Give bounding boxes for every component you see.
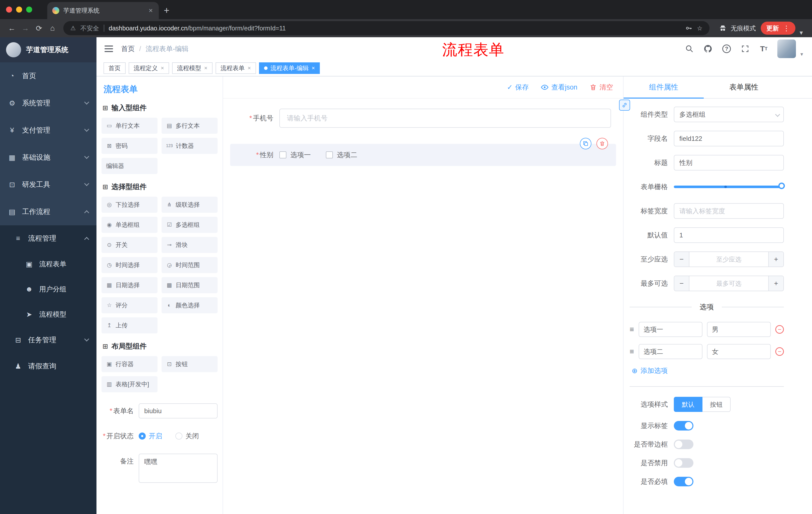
component-time-range[interactable]: ◶时间范围: [162, 257, 218, 273]
sidebar-item-process-model[interactable]: ➤ 流程模型: [0, 302, 96, 327]
component-password[interactable]: ⊠密码: [102, 138, 157, 154]
disabled-switch[interactable]: [674, 458, 693, 468]
add-option-button[interactable]: ⊕ 添加选项: [632, 366, 784, 375]
checkbox-icon[interactable]: [326, 152, 333, 158]
sidebar-item-leave-query[interactable]: ♟ 请假查询: [0, 353, 96, 379]
status-radio-off[interactable]: 关闭: [175, 432, 199, 440]
tag-home[interactable]: 首页: [104, 62, 126, 74]
form-remark-textarea[interactable]: 嘿嘿: [139, 454, 218, 483]
component-time-picker[interactable]: ◷时间选择: [102, 257, 157, 273]
max-select-placeholder[interactable]: 最多可选: [689, 276, 768, 291]
canvas-item-gender-selected[interactable]: *性别 选项一 选项二: [230, 144, 616, 166]
view-json-button[interactable]: 查看json: [541, 83, 577, 92]
min-select-stepper[interactable]: − 至少应选 +: [674, 251, 784, 267]
sidebar-item-devtools[interactable]: ⊡ 研发工具: [0, 171, 96, 198]
browser-menu-icon[interactable]: ⋮: [783, 24, 790, 32]
component-date-range[interactable]: ▩日期范围: [162, 277, 218, 293]
component-date-picker[interactable]: ▦日期选择: [102, 277, 157, 293]
help-icon[interactable]: ?: [722, 44, 732, 54]
sidebar-logo[interactable]: 芋道管理系统: [0, 37, 96, 62]
status-radio-on[interactable]: 开启: [139, 432, 162, 440]
gender-checkbox-option2[interactable]: 选项二: [326, 151, 357, 159]
component-slider[interactable]: ⊸滑块: [162, 237, 218, 253]
drag-handle-icon[interactable]: ≡: [630, 325, 634, 334]
component-switch[interactable]: ⊙开关: [102, 237, 157, 253]
clear-button[interactable]: 清空: [589, 83, 613, 92]
default-value-input[interactable]: [674, 227, 784, 243]
option-label-input[interactable]: [639, 322, 702, 337]
tag-close-icon[interactable]: ×: [161, 65, 164, 72]
phone-input[interactable]: [279, 109, 611, 128]
option-value-input[interactable]: [707, 322, 771, 337]
plus-icon[interactable]: +: [768, 252, 783, 267]
sidebar-toggle-icon[interactable]: [105, 46, 113, 52]
sidebar-item-system[interactable]: ⚙ 系统管理: [0, 89, 96, 117]
font-size-icon[interactable]: TT: [759, 44, 769, 54]
sidebar-item-process-management[interactable]: ≡ 流程管理: [0, 225, 96, 251]
style-button-button[interactable]: 按钮: [702, 397, 731, 412]
copy-item-button[interactable]: [580, 138, 591, 150]
fullscreen-icon[interactable]: [740, 44, 750, 54]
tag-close-icon[interactable]: ×: [204, 65, 207, 72]
tag-process-form-edit[interactable]: 流程表单-编辑 ×: [259, 62, 320, 74]
address-bar[interactable]: ⚠ 不安全 dashboard.yudao.iocoder.cn/bpm/man…: [63, 21, 709, 35]
bookmark-star-icon[interactable]: ☆: [697, 25, 702, 32]
option-label-input[interactable]: [639, 344, 702, 359]
tab-form-props[interactable]: 表单属性: [704, 77, 784, 98]
form-name-input[interactable]: [139, 403, 218, 418]
component-checkbox-group[interactable]: ☑多选框组: [162, 217, 218, 233]
forward-button[interactable]: →: [19, 24, 32, 32]
minus-icon[interactable]: −: [674, 276, 689, 291]
back-button[interactable]: ←: [5, 24, 19, 32]
show-label-switch[interactable]: [674, 421, 693, 431]
checkbox-icon[interactable]: [279, 152, 286, 158]
component-counter[interactable]: 123计数器: [162, 138, 218, 154]
remove-option-icon[interactable]: −: [775, 325, 784, 334]
sidebar-item-process-form[interactable]: ▣ 流程表单: [0, 251, 96, 277]
component-select[interactable]: ◎下拉选择: [102, 197, 157, 213]
component-editor[interactable]: 编辑器: [102, 158, 157, 174]
link-icon[interactable]: [619, 100, 630, 111]
component-single-line-text[interactable]: ▭单行文本: [102, 118, 157, 134]
option-value-input[interactable]: [707, 344, 771, 359]
component-radio-group[interactable]: ◉单选框组: [102, 217, 157, 233]
slider-handle[interactable]: [778, 183, 785, 189]
browser-tab[interactable]: 芋道管理系统 ×: [47, 2, 159, 19]
remove-option-icon[interactable]: −: [775, 347, 784, 356]
browser-update-button[interactable]: 更新 ⋮: [761, 22, 795, 35]
chevron-down-icon[interactable]: ▼: [795, 30, 807, 36]
title-input[interactable]: [674, 155, 784, 170]
sidebar-item-payment[interactable]: ¥ 支付管理: [0, 117, 96, 144]
tag-process-form[interactable]: 流程表单 ×: [215, 62, 256, 74]
tag-process-definition[interactable]: 流程定义 ×: [128, 62, 169, 74]
tag-close-icon[interactable]: ×: [312, 65, 315, 72]
tab-close-icon[interactable]: ×: [148, 6, 154, 15]
grid-slider[interactable]: [674, 179, 784, 195]
component-type-select[interactable]: [674, 107, 784, 122]
search-icon[interactable]: [685, 44, 694, 54]
delete-item-button[interactable]: [597, 138, 608, 150]
drag-handle-icon[interactable]: ≡: [630, 347, 634, 356]
home-button[interactable]: ⌂: [46, 24, 59, 32]
label-width-input[interactable]: [674, 203, 784, 219]
sidebar-item-home[interactable]: ◔ 首页: [0, 62, 96, 89]
github-icon[interactable]: [703, 44, 713, 54]
reload-button[interactable]: ⟳: [32, 24, 46, 33]
plus-icon[interactable]: +: [768, 276, 783, 291]
gender-checkbox-option1[interactable]: 选项一: [279, 151, 311, 159]
tag-close-icon[interactable]: ×: [248, 65, 251, 72]
component-cascader[interactable]: ⋔级联选择: [162, 197, 218, 213]
component-rate[interactable]: ☆评分: [102, 297, 157, 313]
min-select-placeholder[interactable]: 至少应选: [689, 252, 768, 267]
style-default-button[interactable]: 默认: [674, 397, 702, 412]
user-avatar[interactable]: [777, 39, 796, 58]
tag-process-model[interactable]: 流程模型 ×: [172, 62, 212, 74]
required-switch[interactable]: [674, 477, 693, 486]
border-switch[interactable]: [674, 439, 693, 449]
password-key-icon[interactable]: [685, 24, 692, 32]
component-table[interactable]: ▥表格[开发中]: [102, 376, 157, 392]
new-tab-button[interactable]: +: [164, 5, 169, 15]
max-select-stepper[interactable]: − 最多可选 +: [674, 276, 784, 291]
breadcrumb-home[interactable]: 首页: [121, 44, 135, 53]
component-upload[interactable]: ↥上传: [102, 317, 157, 333]
